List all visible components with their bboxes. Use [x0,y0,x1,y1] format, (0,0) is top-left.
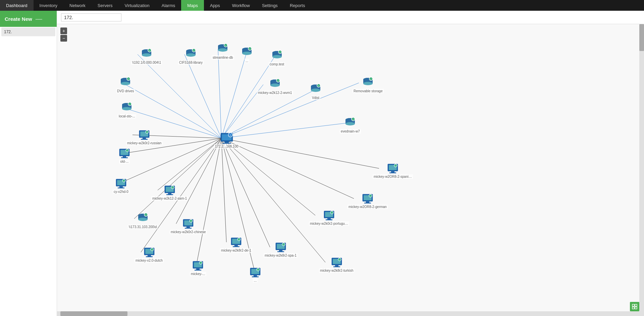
svg-rect-178 [196,269,200,270]
svg-point-70 [311,89,320,92]
svg-rect-112 [391,171,394,172]
svg-rect-119 [118,188,124,189]
svg-point-76 [363,82,373,85]
svg-text:⊙: ⊙ [147,131,148,133]
nav-item-workflow[interactable]: Workflow [226,0,256,11]
svg-rect-189 [635,304,637,306]
svg-text:⊙: ⊙ [258,269,259,271]
map-node[interactable]: ✓ Vdist [309,84,322,100]
svg-rect-113 [389,172,396,173]
center-node[interactable]: ⊙ 172.2...168.100 [214,132,239,149]
svg-point-46 [218,48,227,52]
map-node[interactable]: ⊙ mickey-w2OR8-2-german [347,193,388,209]
sidebar-map-item[interactable]: 172. [1,28,55,36]
map-node[interactable]: ⊙ mickey-... [190,260,206,276]
svg-rect-167 [333,266,340,267]
nav-item-virtualization[interactable]: Virtualization [119,0,156,11]
svg-line-13 [221,138,379,168]
svg-line-4 [221,56,275,138]
map-node[interactable]: ✓ evednain-w7 [340,117,361,134]
map-node[interactable]: ⊙ mickey-v2.0-dutch [135,246,164,263]
map-node[interactable]: ⊙ mickey-w2k12-2-sam-1 [151,184,188,201]
svg-text:⊙: ⊙ [370,195,371,197]
map-node[interactable]: ⊙ mickey-w2k0r2-chinese [170,218,207,234]
nav-item-apps[interactable]: Apps [204,0,226,11]
svg-rect-161 [277,251,284,252]
svg-rect-101 [141,139,148,140]
nav-item-maps[interactable]: Maps [181,0,204,11]
nav-item-settings[interactable]: Settings [256,0,284,11]
svg-rect-28 [224,142,229,143]
svg-point-82 [121,82,130,85]
nav-item-network[interactable]: Network [63,0,92,11]
svg-text:✓: ✓ [318,85,320,87]
map-node[interactable]: ✓ comp.test [269,50,285,66]
map-node[interactable]: ✓ \\192.1/0.000.004\1 [131,48,162,65]
nav-item-servers[interactable]: Servers [92,0,119,11]
map-node[interactable]: ⊙ cy-v2hd-0 [113,177,129,194]
map-node[interactable]: ✓ ... [240,47,254,63]
svg-rect-160 [279,250,282,251]
map-node[interactable]: ⊙ old-... [118,147,131,164]
svg-rect-125 [166,194,173,195]
create-new-label: Create New [5,16,32,22]
svg-rect-131 [364,203,371,204]
svg-rect-172 [147,255,151,256]
vertical-scrollbar-thumb[interactable] [639,24,644,51]
map-node[interactable]: ⊙ mickey-w2k8r2-de-1 [220,236,252,253]
map-node[interactable]: ⊙ mickey-w2k8r2-spa-1 [264,241,298,258]
nav-item-inventory[interactable]: Inventory [34,0,63,11]
create-new-button[interactable]: Create New — [0,11,57,27]
svg-rect-136 [327,218,331,219]
svg-point-52 [242,52,252,55]
svg-rect-106 [123,156,126,157]
svg-line-6 [221,90,315,138]
svg-rect-166 [335,265,338,266]
zoom-out-button[interactable]: − [60,35,67,42]
svg-text:⊙: ⊙ [395,165,396,167]
map-expand-icon[interactable] [630,302,639,311]
map-node[interactable]: ⊙ mickey-w2k0r2-russian [126,129,162,145]
svg-text:⊙: ⊙ [151,249,153,251]
svg-line-21 [221,138,270,247]
vertical-scrollbar[interactable] [639,24,644,316]
svg-text:⊙: ⊙ [127,150,128,152]
map-node[interactable]: ✓ local-sto-... [118,102,136,118]
horizontal-scrollbar[interactable] [57,311,639,316]
svg-rect-173 [146,256,152,257]
map-canvas[interactable]: + − ⊙ 172.2...168.100 ✓ \\192.1/0.000.00… [57,24,644,316]
horizontal-scrollbar-thumb[interactable] [60,311,127,316]
svg-rect-191 [635,307,637,309]
svg-rect-124 [168,193,171,194]
svg-text:✓: ✓ [277,80,279,82]
main-map-area: × + − ⊙ 172.2...168.100 ✓ \\192.1/0.000.… [57,11,644,316]
svg-rect-130 [366,202,369,203]
create-new-dash: — [36,15,42,23]
map-node[interactable]: ⊙ mickey-w2OR8-2-spanish [373,162,413,179]
svg-text:✓: ✓ [193,49,195,52]
svg-rect-154 [234,245,238,246]
svg-rect-148 [186,227,190,228]
svg-text:✓: ✓ [279,51,281,53]
map-node[interactable]: ✓ DVD drives [116,77,135,93]
map-node[interactable]: ⊙ mickey-w2k0r2-portuguese [309,209,349,226]
map-node[interactable]: ✓ \\173.31.103.200\d [128,213,158,229]
map-node[interactable]: ✓ Removable storage [353,77,384,93]
map-node[interactable]: ⊙ ... [249,266,262,283]
map-node[interactable]: ✓ streamline-db [212,43,234,60]
svg-line-24 [196,138,221,266]
map-node[interactable]: ⊙ mickey-w2k8r2-turkish [319,256,354,273]
map-node[interactable]: ✓ mickey-w2k12-2-wvm1 [257,78,293,95]
svg-text:⊙: ⊙ [283,244,284,246]
nav-item-dashboard[interactable]: Dashboard [0,0,34,11]
svg-rect-118 [119,187,123,188]
nav-item-alarms[interactable]: Alarms [156,0,181,11]
sidebar-map-list: 172. [0,27,57,37]
svg-line-15 [158,138,221,190]
svg-text:✓: ✓ [129,103,131,105]
map-node[interactable]: ✓ CIFS168-library [178,48,204,65]
sidebar: Create New — 172. [0,11,57,316]
zoom-in-button[interactable]: + [60,28,67,34]
map-title-input[interactable] [61,13,121,21]
nav-item-reports[interactable]: Reports [284,0,311,11]
